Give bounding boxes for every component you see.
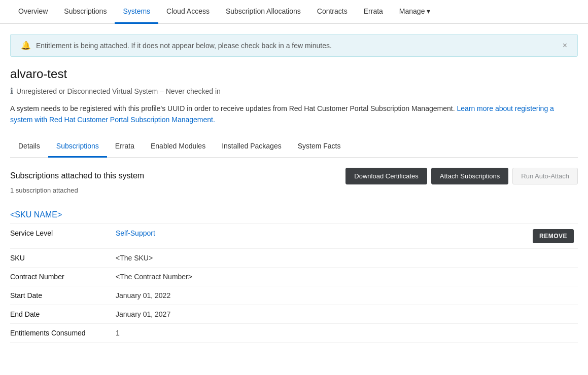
sku-name[interactable]: <SKU NAME>	[10, 204, 578, 224]
top-navigation: Overview Subscriptions Systems Cloud Acc…	[0, 0, 588, 24]
table-row: End Date January 01, 2027	[10, 305, 578, 323]
system-status: ℹ Unregistered or Disconnected Virtual S…	[10, 86, 578, 96]
field-value-sku: <The SKU>	[112, 248, 406, 267]
tab-system-facts[interactable]: System Facts	[290, 136, 349, 158]
field-value-contract-number: <The Contract Number>	[112, 267, 406, 286]
tab-errata[interactable]: Errata	[107, 136, 143, 158]
service-level-link[interactable]: Self-Support	[116, 229, 155, 237]
tab-installed-packages[interactable]: Installed Packages	[214, 136, 290, 158]
table-row: SKU <The SKU>	[10, 248, 578, 267]
download-certificates-button[interactable]: Download Certificates	[345, 168, 427, 184]
nav-errata[interactable]: Errata	[356, 0, 391, 24]
tab-enabled-modules[interactable]: Enabled Modules	[143, 136, 214, 158]
subscriptions-actions: Download Certificates Attach Subscriptio…	[345, 168, 578, 184]
field-label-start-date: Start Date	[10, 286, 112, 305]
remove-cell: REMOVE	[406, 224, 578, 249]
field-label-sku: SKU	[10, 248, 112, 267]
bell-icon: 🔔	[21, 41, 31, 50]
status-text: Unregistered or Disconnected Virtual Sys…	[16, 87, 221, 95]
sku-details-table: Service Level Self-Support REMOVE SKU <T…	[10, 224, 578, 343]
field-label-service-level: Service Level	[10, 224, 112, 249]
tab-details[interactable]: Details	[10, 136, 48, 158]
table-row: Contract Number <The Contract Number>	[10, 267, 578, 286]
sku-section: <SKU NAME> Service Level Self-Support RE…	[10, 204, 578, 343]
field-label-entitlements: Entitlements Consumed	[10, 323, 112, 342]
table-row: Service Level Self-Support REMOVE	[10, 224, 578, 249]
field-value-start-date: January 01, 2022	[112, 286, 406, 305]
page-content: alvaro-test ℹ Unregistered or Disconnect…	[0, 57, 588, 353]
field-label-end-date: End Date	[10, 305, 112, 323]
alert-banner: 🔔 Entitlement is being attached. If it d…	[10, 34, 578, 57]
nav-systems[interactable]: Systems	[115, 0, 158, 24]
description-text: A system needs to be registered with thi…	[10, 103, 578, 126]
tab-subscriptions[interactable]: Subscriptions	[48, 136, 107, 158]
remove-button[interactable]: REMOVE	[533, 229, 574, 243]
info-icon: ℹ	[10, 86, 13, 96]
page-title: alvaro-test	[10, 67, 578, 81]
nav-manage[interactable]: Manage ▾	[391, 0, 439, 24]
subscriptions-count: 1 subscription attached	[10, 186, 578, 194]
nav-subscriptions[interactable]: Subscriptions	[56, 0, 115, 24]
alert-content: 🔔 Entitlement is being attached. If it d…	[21, 41, 332, 50]
field-value-service-level: Self-Support	[112, 224, 406, 249]
nav-cloud-access[interactable]: Cloud Access	[158, 0, 218, 24]
field-value-entitlements: 1	[112, 323, 406, 342]
description-part1: A system needs to be registered with thi…	[10, 104, 455, 113]
alert-close-button[interactable]: ×	[563, 41, 567, 50]
table-row: Start Date January 01, 2022	[10, 286, 578, 305]
attach-subscriptions-button[interactable]: Attach Subscriptions	[431, 168, 509, 184]
table-row: Entitlements Consumed 1	[10, 323, 578, 342]
field-label-contract-number: Contract Number	[10, 267, 112, 286]
nav-contracts[interactable]: Contracts	[309, 0, 356, 24]
chevron-down-icon: ▾	[427, 7, 430, 15]
tabs-container: Details Subscriptions Errata Enabled Mod…	[10, 136, 578, 158]
run-auto-attach-button[interactable]: Run Auto-Attach	[512, 168, 578, 184]
alert-message: Entitlement is being attached. If it doe…	[36, 42, 332, 50]
subscriptions-title: Subscriptions attached to this system	[10, 171, 144, 180]
nav-subscription-allocations[interactable]: Subscription Allocations	[218, 0, 309, 24]
nav-overview[interactable]: Overview	[10, 0, 56, 24]
subscriptions-header: Subscriptions attached to this system Do…	[10, 168, 578, 184]
field-value-end-date: January 01, 2027	[112, 305, 406, 323]
